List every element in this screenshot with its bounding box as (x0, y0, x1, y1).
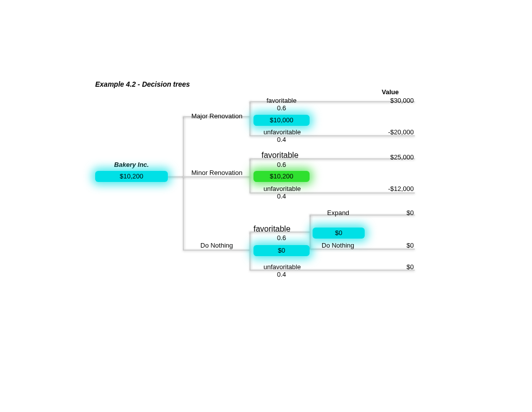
nothing-unfav-label: unfavoritable (263, 263, 301, 271)
connector (183, 176, 250, 177)
major-fav-value: $30,000 (374, 97, 414, 104)
minor-fav-label: favoritable (261, 151, 299, 160)
nothing-sub-node: $0 (313, 228, 365, 239)
root-title: Bakery Inc. (95, 161, 168, 168)
nothing-label: Do Nothing (200, 242, 233, 249)
nothing-node: $0 (253, 245, 310, 256)
connector (249, 158, 250, 192)
minor-fav-prob: 0.6 (277, 161, 286, 168)
nothing-fav-label: favoritable (253, 225, 291, 234)
minor-label: Minor Renovation (191, 169, 242, 176)
nothing-sub-expand-value: $0 (374, 209, 414, 217)
major-fav-prob: 0.6 (277, 104, 286, 112)
nothing-sub-expand-label: Expand (327, 209, 349, 217)
diagram-title: Example 4.2 - Decision trees (95, 80, 190, 88)
minor-node: $10,200 (253, 171, 310, 182)
major-unfav-label: unfavoritable (263, 128, 301, 136)
minor-unfav-label: unfavoritable (263, 185, 301, 192)
connector (183, 250, 250, 251)
connector (168, 176, 183, 177)
connector (183, 116, 184, 250)
root-node: $10,200 (95, 171, 168, 182)
minor-fav-value: $25,000 (374, 153, 414, 161)
major-unfav-value: -$20,000 (374, 128, 414, 136)
connector (310, 215, 311, 249)
value-header: Value (382, 88, 399, 96)
major-unfav-prob: 0.4 (277, 136, 286, 143)
major-label: Major Renovation (191, 112, 242, 120)
nothing-sub-donothing-label: Do Nothing (322, 242, 354, 249)
major-fav-label: favoritable (267, 97, 297, 104)
nothing-unfav-value: $0 (374, 263, 414, 271)
minor-unfav-value: -$12,000 (374, 185, 414, 192)
nothing-sub-donothing-value: $0 (374, 242, 414, 249)
connector (249, 192, 415, 193)
connector (249, 232, 250, 270)
minor-unfav-prob: 0.4 (277, 192, 286, 200)
major-node: $10,000 (253, 115, 310, 126)
connector (249, 101, 250, 135)
nothing-fav-prob: 0.6 (277, 234, 286, 242)
nothing-unfav-prob: 0.4 (277, 271, 286, 278)
